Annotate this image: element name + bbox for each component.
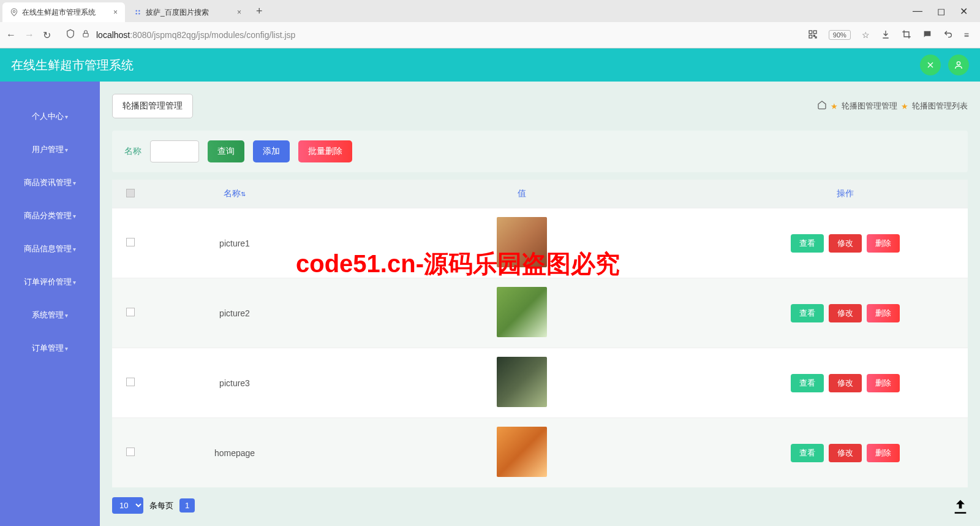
sidebar-item-system[interactable]: 系统管理▾: [0, 299, 100, 332]
close-icon[interactable]: ×: [232, 8, 241, 17]
svg-rect-6: [809, 31, 812, 34]
delete-button[interactable]: 删除: [867, 374, 900, 392]
row-checkbox[interactable]: [126, 238, 135, 246]
view-button[interactable]: 查看: [791, 234, 824, 253]
tab-title: 披萨_百度图片搜索: [146, 7, 209, 18]
per-page-select[interactable]: 10: [112, 497, 143, 514]
sidebar-item-users[interactable]: 用户管理▾: [0, 133, 100, 166]
svg-rect-8: [809, 35, 812, 38]
delete-button[interactable]: 删除: [867, 444, 900, 462]
bookmark-icon[interactable]: ☆: [862, 30, 870, 40]
thumbnail[interactable]: [497, 287, 547, 337]
url-text: localhost:8080/jspmq82qg/jsp/modules/con…: [96, 30, 295, 40]
upload-icon[interactable]: [952, 498, 969, 519]
table-row: picture1 查看 修改 删除: [112, 208, 968, 278]
table-row: picture2 查看 修改 删除: [112, 278, 968, 348]
row-checkbox[interactable]: [126, 308, 135, 316]
reload-button[interactable]: ↻: [43, 29, 51, 41]
col-action: 操作: [723, 180, 968, 208]
filter-label: 名称: [124, 146, 141, 157]
close-window-button[interactable]: ✕: [960, 6, 968, 17]
view-button[interactable]: 查看: [791, 444, 824, 462]
baidu-icon: [134, 8, 142, 17]
view-button[interactable]: 查看: [791, 304, 824, 322]
site-icon: [10, 8, 18, 17]
crop-icon[interactable]: [902, 29, 911, 41]
home-icon[interactable]: [817, 100, 827, 112]
delete-button[interactable]: 删除: [867, 234, 900, 253]
app-title: 在线生鲜超市管理系统: [11, 57, 134, 74]
sidebar-item-order[interactable]: 订单管理▾: [0, 332, 100, 365]
chevron-down-icon: ▾: [65, 113, 68, 120]
filter-bar: 名称 查询 添加 批量删除: [112, 131, 968, 172]
delete-button[interactable]: 删除: [867, 304, 900, 322]
tools-button[interactable]: [920, 55, 941, 75]
chevron-down-icon: ▾: [73, 279, 76, 286]
browser-chrome: 在线生鲜超市管理系统 × 披萨_百度图片搜索 × + — ◻ ✕ ← → ↻: [0, 0, 980, 48]
content: code51.cn-源码乐园盗图必究 轮播图管理管理 ★ 轮播图管理管理 ★ 轮…: [100, 82, 980, 526]
minimize-button[interactable]: —: [913, 6, 922, 17]
row-checkbox[interactable]: [126, 378, 135, 386]
menu-icon[interactable]: ≡: [964, 30, 969, 40]
view-button[interactable]: 查看: [791, 374, 824, 392]
select-all-checkbox[interactable]: [126, 189, 135, 197]
col-value: 值: [320, 180, 723, 208]
svg-point-11: [957, 62, 960, 65]
chevron-down-icon: ▾: [65, 312, 68, 319]
table-row: picture3 查看 修改 删除: [112, 348, 968, 418]
browser-tab-active[interactable]: 在线生鲜超市管理系统 ×: [2, 2, 125, 22]
thumbnail[interactable]: [497, 357, 547, 407]
cell-name: homepage: [149, 418, 320, 488]
sidebar-item-profile[interactable]: 个人中心▾: [0, 100, 100, 133]
col-name[interactable]: 名称⇅: [149, 180, 320, 208]
qr-icon[interactable]: [808, 29, 818, 41]
tab-title: 在线生鲜超市管理系统: [22, 7, 96, 18]
bulk-delete-button[interactable]: 批量删除: [298, 140, 352, 162]
thumbnail[interactable]: [497, 427, 547, 477]
browser-tab[interactable]: 披萨_百度图片搜索 ×: [126, 2, 249, 22]
cell-name: picture1: [149, 208, 320, 278]
maximize-button[interactable]: ◻: [937, 6, 945, 17]
undo-icon[interactable]: [943, 29, 953, 41]
sidebar-item-category[interactable]: 商品分类管理▾: [0, 199, 100, 232]
row-checkbox[interactable]: [126, 448, 135, 456]
chevron-down-icon: ▾: [73, 246, 76, 253]
forward-button[interactable]: →: [24, 29, 34, 41]
add-button[interactable]: 添加: [253, 140, 290, 162]
chevron-down-icon: ▾: [73, 213, 76, 219]
sidebar-item-news[interactable]: 商品资讯管理▾: [0, 166, 100, 199]
close-icon[interactable]: ×: [108, 8, 118, 17]
breadcrumb-l1[interactable]: 轮播图管理管理: [842, 101, 897, 112]
svg-point-2: [138, 10, 140, 12]
sidebar-item-review[interactable]: 订单评价管理▾: [0, 265, 100, 299]
edit-button[interactable]: 修改: [829, 374, 862, 392]
data-table: 名称⇅ 值 操作 picture1 查看 修改 删除: [112, 180, 968, 487]
sidebar-item-product[interactable]: 商品信息管理▾: [0, 232, 100, 265]
edit-button[interactable]: 修改: [829, 444, 862, 462]
svg-rect-7: [813, 31, 816, 34]
breadcrumb: ★ 轮播图管理管理 ★ 轮播图管理列表: [817, 100, 968, 112]
back-button[interactable]: ←: [6, 29, 16, 41]
download-icon[interactable]: [881, 29, 891, 41]
star-icon: ★: [831, 102, 838, 111]
breadcrumb-l2: 轮播图管理列表: [912, 101, 968, 112]
user-button[interactable]: [948, 55, 969, 75]
edit-button[interactable]: 修改: [829, 234, 862, 253]
svg-rect-5: [83, 33, 88, 37]
nav-bar: ← → ↻ localhost:8080/jspmq82qg/jsp/modul…: [0, 22, 980, 48]
cell-name: picture3: [149, 348, 320, 418]
name-input[interactable]: [150, 140, 199, 162]
chevron-down-icon: ▾: [65, 147, 68, 153]
chat-icon[interactable]: [922, 29, 932, 41]
edit-button[interactable]: 修改: [829, 304, 862, 322]
page-title-button[interactable]: 轮播图管理管理: [112, 94, 193, 118]
zoom-level[interactable]: 90%: [829, 30, 851, 40]
svg-point-1: [136, 10, 137, 12]
new-tab-button[interactable]: +: [250, 5, 269, 18]
query-button[interactable]: 查询: [208, 140, 244, 162]
thumbnail[interactable]: [497, 217, 547, 267]
sort-icon: ⇅: [241, 191, 246, 197]
page-number[interactable]: 1: [179, 498, 195, 513]
url-bar[interactable]: localhost:8080/jspmq82qg/jsp/modules/con…: [59, 29, 799, 41]
table-row: homepage 查看 修改 删除: [112, 418, 968, 488]
